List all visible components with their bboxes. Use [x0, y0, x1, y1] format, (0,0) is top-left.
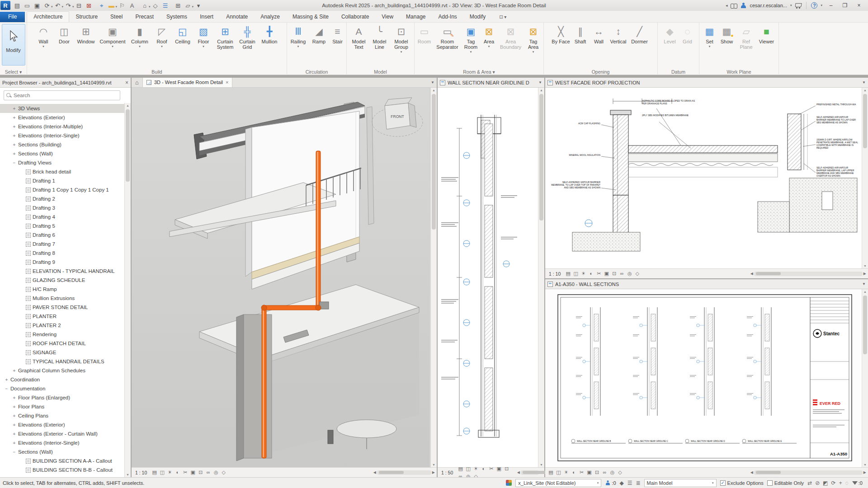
- tree-item-floor-plans-enlarged-[interactable]: +Floor Plans (Enlarged): [0, 393, 124, 402]
- tree-item-3d-views[interactable]: +3D Views: [0, 104, 124, 113]
- aligned-dimension-icon-chevron[interactable]: ▾: [116, 5, 118, 8]
- ribbon-tab-modify[interactable]: Modify: [463, 12, 492, 22]
- wall-button[interactable]: ◠Wall▾: [33, 24, 54, 48]
- hide-isolate-icon[interactable]: ∞: [204, 469, 212, 476]
- tree-item-coordination[interactable]: +Coordination: [0, 375, 124, 384]
- ramp-button[interactable]: ◢Ramp: [309, 24, 330, 44]
- scale-button[interactable]: 1 : 50: [439, 470, 455, 475]
- shadows-icon[interactable]: ◐: [174, 469, 181, 476]
- tree-expand-icon[interactable]: +: [12, 124, 16, 129]
- tree-expand-icon[interactable]: +: [12, 133, 16, 138]
- tree-item-graphical-column-schedules[interactable]: +Graphical Column Schedules: [0, 366, 124, 375]
- ceiling-button[interactable]: ◱Ceiling: [172, 24, 193, 44]
- redo-icon-chevron[interactable]: ▾: [72, 5, 74, 8]
- default-3d-view-icon-chevron[interactable]: ▾: [149, 5, 151, 8]
- roof-projection-title[interactable]: WEST FACADE ROOF PROJECTION: [555, 80, 640, 85]
- modify-pin-icon[interactable]: ⌖: [97, 1, 106, 10]
- thin-lines-icon[interactable]: ☰: [161, 1, 170, 10]
- tree-item-typical-handrail-details[interactable]: TYPICAL HANDRAIL DETAILS: [0, 357, 124, 366]
- tree-expand-icon[interactable]: +: [12, 151, 16, 156]
- tree-item-drafting-1[interactable]: Drafting 1: [0, 176, 124, 185]
- horizontal-scrollbar[interactable]: ◀▶: [750, 470, 866, 475]
- ribbon-tab-precast[interactable]: Precast: [129, 12, 160, 22]
- browser-search-box[interactable]: [4, 90, 120, 100]
- section-icon[interactable]: ◇: [151, 1, 160, 10]
- tree-item-planter-2[interactable]: PLANTER 2: [0, 321, 124, 330]
- panel-chevron-icon[interactable]: ▼: [862, 282, 866, 286]
- crop-icon[interactable]: ✂: [181, 469, 189, 476]
- shadows-icon[interactable]: ◐: [570, 469, 578, 476]
- lock-icon[interactable]: ⊡: [503, 465, 510, 473]
- tree-item-elevations-interior-single-[interactable]: +Elevations (Interior-Single): [0, 131, 124, 140]
- tree-expand-icon[interactable]: +: [12, 106, 16, 111]
- user-menu-chevron-icon[interactable]: ▾: [790, 4, 792, 7]
- tree-item-documentation[interactable]: −Documentation: [0, 384, 124, 393]
- tree-expand-icon[interactable]: +: [12, 115, 16, 120]
- collapse-search-icon[interactable]: ◂: [726, 3, 728, 8]
- visual-style-icon[interactable]: ◫: [158, 469, 166, 476]
- exclude-options-checkbox[interactable]: ✓Exclude Options: [720, 480, 764, 486]
- ribbon-tab-manage[interactable]: Manage: [400, 12, 432, 22]
- tree-item-building-section-a-a-callout[interactable]: BUILDING SECTION A-A - Callout: [0, 456, 124, 465]
- tree-item-floor-plans[interactable]: +Floor Plans: [0, 402, 124, 411]
- tree-item-elevations-exterior-[interactable]: +Elevations (Exterior): [0, 113, 124, 122]
- close-hidden-icon[interactable]: ⊞: [174, 1, 183, 10]
- home-icon[interactable]: ⌂: [132, 79, 142, 86]
- signed-in-user[interactable]: cesar.r.escalan...: [750, 3, 787, 8]
- properties-icon[interactable]: ▤: [13, 1, 22, 10]
- save-icon[interactable]: ▣: [33, 1, 42, 10]
- wall-section-canvas[interactable]: [438, 88, 537, 467]
- tag-room-button[interactable]: ▣Tag Room▾: [462, 24, 481, 54]
- detail-level-icon[interactable]: ▤: [457, 465, 464, 473]
- reload-latest-icon[interactable]: ⟳: [831, 480, 836, 486]
- close-inactive-views-icon[interactable]: ⊠: [85, 1, 94, 10]
- tree-item-elevations-interior-single-[interactable]: +Elevations (Interior-Single): [0, 438, 124, 447]
- store-cart-icon[interactable]: [795, 3, 802, 8]
- area-button[interactable]: ⊠Area▾: [481, 24, 498, 48]
- set-button[interactable]: ▦Set▾: [702, 24, 718, 48]
- tree-item-signage[interactable]: SIGNAGE: [0, 348, 124, 357]
- 3d-view-scrollbar[interactable]: ▲▼: [430, 88, 437, 467]
- sheet-scrollbar[interactable]: ▲▼: [862, 289, 868, 467]
- door-button[interactable]: ◫Door: [54, 24, 75, 44]
- switch-windows-icon-chevron[interactable]: ▾: [192, 5, 194, 8]
- tree-item-drafting-views[interactable]: −Drafting Views: [0, 158, 124, 167]
- tree-item-drafting-9[interactable]: Drafting 9: [0, 258, 124, 267]
- default-3d-view-icon[interactable]: ⌂: [140, 1, 149, 10]
- show-crop-icon[interactable]: ▣: [495, 465, 503, 473]
- sheet-canvas[interactable]: Stantec EVER RED A1-A350 WALL SECTION NE…: [545, 289, 861, 467]
- design-option-select[interactable]: x_Link_Site (Not Editable)▾: [515, 479, 601, 487]
- lock-icon[interactable]: ⊡: [197, 469, 204, 476]
- shaft-button[interactable]: ∥Shaft: [571, 24, 590, 44]
- relinquish-all-icon[interactable]: ⊘: [815, 480, 820, 486]
- restore-button[interactable]: ❐: [840, 2, 850, 9]
- show-crop-icon[interactable]: ▣: [585, 469, 593, 476]
- roof-projection-scrollbar[interactable]: ▲▼: [862, 88, 868, 268]
- dormer-button[interactable]: ╱Dormer: [629, 24, 651, 44]
- tree-item-elevation-typical-handrail[interactable]: ELEVATION - TYPICAL HANDRAIL: [0, 267, 124, 276]
- roof-button[interactable]: ◸Roof▾: [151, 24, 172, 48]
- detail-level-icon[interactable]: ▤: [547, 469, 555, 476]
- tree-item-building-section-b-b-callout[interactable]: BUILDING SECTION B-B - Callout: [0, 465, 124, 474]
- hide-isolate-icon[interactable]: ∞: [601, 469, 609, 476]
- tree-expand-icon[interactable]: +: [12, 413, 16, 418]
- open-icon[interactable]: ▭: [23, 1, 32, 10]
- modify-button[interactable]: Modify: [2, 24, 25, 66]
- hide-isolate-icon[interactable]: ∞: [618, 270, 626, 277]
- sync-icon-chevron[interactable]: ▾: [51, 5, 53, 8]
- curtain-grid-button[interactable]: ╬Curtain Grid: [236, 24, 258, 50]
- show-crop-icon[interactable]: ▣: [189, 469, 197, 476]
- tree-expand-icon[interactable]: +: [12, 441, 16, 446]
- view-properties-icon[interactable]: ◇: [633, 270, 641, 277]
- ribbon-tab-collaborate[interactable]: Collaborate: [335, 12, 375, 22]
- minimize-button[interactable]: –: [826, 2, 836, 9]
- tree-item-drafting-7[interactable]: Drafting 7: [0, 239, 124, 249]
- show-crop-icon[interactable]: ▣: [603, 270, 610, 277]
- browser-scrollbar[interactable]: ▲▼: [124, 103, 131, 477]
- undo-icon[interactable]: ↶: [53, 1, 62, 10]
- workset-list-icon[interactable]: ≣: [636, 480, 641, 486]
- detail-level-icon[interactable]: ▤: [151, 469, 158, 476]
- tree-expand-icon[interactable]: +: [12, 422, 16, 427]
- borrowers-icon[interactable]: ◩: [823, 480, 828, 486]
- curtain-system-button[interactable]: ⊞Curtain System: [214, 24, 236, 50]
